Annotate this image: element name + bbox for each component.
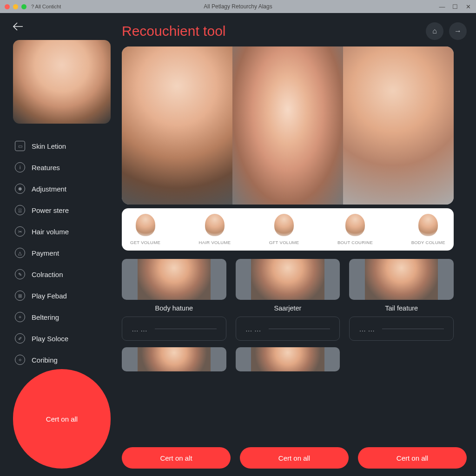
card-extra-3-empty (349, 347, 454, 371)
nav-item-skin[interactable]: ▭ Skin Letion (13, 137, 111, 155)
gear-icon: ✽ (15, 184, 25, 194)
window-close-icon[interactable]: ✕ (465, 3, 471, 10)
slider-track (382, 329, 444, 329)
info-icon: i (15, 162, 25, 172)
preset-avatar-icon (205, 214, 225, 236)
nav-label: Coribing (32, 356, 58, 364)
nav-label: Beltering (32, 313, 59, 321)
card-thumbnail[interactable] (349, 259, 454, 300)
card-slider[interactable]: …… (122, 317, 226, 341)
preset-label: HAIR VOLUME (199, 240, 231, 245)
hero-face-3 (343, 46, 454, 205)
post-icon: ⍓ (15, 205, 25, 215)
portrait-image (251, 259, 324, 300)
nav-item-payment[interactable]: △ Payment (13, 244, 111, 262)
nav-item-power[interactable]: ⍓ Power stere (13, 201, 111, 219)
window-zoom-dot[interactable] (21, 4, 26, 9)
preset-label: BODY COLUME (411, 240, 445, 245)
nav-item-correction[interactable]: ✎ Colraction (13, 265, 111, 284)
nav-item-coribing[interactable]: ✧ Coribing (13, 350, 111, 369)
face-thumbnail-image (13, 40, 111, 124)
card-body-feature: Body hatune …… (122, 259, 226, 341)
apply-button-2[interactable]: Cert on all (240, 447, 349, 469)
preset-strip: GET VOLUME HAIR VOLUME GFT VOLUME BOUT C… (122, 208, 454, 251)
card-thumbnail[interactable] (236, 259, 340, 300)
nav-label: Payment (32, 249, 59, 257)
sidebar: ▭ Skin Letion i Reatures ✽ Adjustment ⍓ … (0, 13, 120, 476)
titlebar-window-controls: — ☐ ✕ (439, 3, 471, 10)
preset-hair-volume[interactable]: HAIR VOLUME (199, 214, 231, 245)
window-maximize-icon[interactable]: ☐ (452, 3, 458, 10)
window-minimize-icon[interactable]: — (439, 3, 445, 10)
traffic-lights (5, 4, 26, 9)
card-saarjeter: Saarjeter …… (236, 259, 340, 341)
preset-get-volume[interactable]: GET VOLUME (130, 214, 160, 245)
preset-label: BOUT COURINE (337, 240, 373, 245)
portrait-image (365, 259, 438, 300)
bottom-buttons-row: Cert on alt Cert on all Cert on all (122, 441, 467, 469)
nav-label: Hair volume (32, 228, 69, 236)
preset-avatar-icon (418, 214, 438, 236)
hero-face-2 (232, 46, 343, 205)
card-label: Body hatune (122, 304, 226, 312)
preset-bout-courine[interactable]: BOUT COURINE (337, 214, 373, 245)
slider-dots-icon: …… (132, 325, 149, 333)
preset-avatar-icon (345, 214, 365, 236)
nav-label: Play Febad (32, 292, 67, 300)
hero-preview[interactable] (122, 46, 454, 205)
warning-icon: △ (15, 248, 25, 258)
nav-item-playfebad[interactable]: ⊞ Play Febad (13, 286, 111, 305)
window-titlebar: ? All Conticht All Petlagy Retourchy Ala… (0, 0, 476, 13)
titlebar-breadcrumb: ? All Conticht (31, 4, 61, 9)
window-close-dot[interactable] (5, 4, 10, 9)
card-thumbnail[interactable] (122, 347, 226, 371)
sidebar-apply-button[interactable]: Cert on all (13, 369, 111, 469)
card-thumbnail[interactable] (236, 347, 340, 371)
pen-icon: ✐ (15, 333, 25, 344)
preset-gft-volume[interactable]: GFT VOLUME (269, 214, 299, 245)
card-label: Tail feature (349, 304, 454, 312)
card-tail-feature: Tail feature …… (349, 259, 454, 341)
slider-dots-icon: …… (245, 325, 263, 333)
sidebar-nav: ▭ Skin Letion i Reatures ✽ Adjustment ⍓ … (13, 137, 111, 369)
titlebar-title: All Petlagy Retourchy Alags (204, 3, 272, 10)
nav-item-features[interactable]: i Reatures (13, 158, 111, 177)
hero-face-1 (122, 46, 232, 205)
preset-avatar-icon (136, 214, 155, 236)
notification-button[interactable]: ⌂ (426, 22, 443, 40)
grid-icon: ⊞ (15, 291, 25, 301)
nav-label: Colraction (32, 271, 63, 278)
bell-icon: ⌂ (432, 27, 437, 35)
preset-label: GFT VOLUME (269, 240, 299, 245)
portrait-image (138, 259, 211, 300)
portrait-image (251, 347, 324, 371)
nav-label: Play Soloce (32, 335, 68, 343)
card-label: Saarjeter (236, 304, 340, 312)
card-extra-2 (236, 347, 340, 371)
nav-item-beltering[interactable]: ＋ Beltering (13, 308, 111, 326)
nav-item-hair-volume[interactable]: ✂ Hair volume (13, 222, 111, 241)
page-title: Recouchient tool (122, 23, 225, 39)
nav-label: Adjustment (32, 185, 66, 193)
scissors-icon: ✂ (15, 226, 25, 237)
card-slider[interactable]: …… (236, 317, 340, 341)
sidebar-thumbnail[interactable] (13, 40, 111, 124)
apply-button-3[interactable]: Cert on all (358, 447, 467, 469)
slider-track (269, 329, 331, 329)
nav-label: Power stere (32, 206, 69, 214)
window-minimize-dot[interactable] (13, 4, 18, 9)
apply-button-1[interactable]: Cert on alt (122, 447, 231, 469)
card-slider[interactable]: …… (349, 317, 454, 341)
arrow-right-icon: → (454, 27, 462, 35)
card-thumbnail[interactable] (122, 259, 226, 300)
preset-body-colume[interactable]: BODY COLUME (411, 214, 445, 245)
header-actions: ⌂ → (426, 22, 467, 40)
back-button[interactable] (13, 22, 27, 31)
cards-row-2 (122, 347, 454, 371)
nav-label: Reatures (32, 164, 60, 172)
nav-item-playsoloce[interactable]: ✐ Play Soloce (13, 329, 111, 348)
portrait-image (138, 347, 211, 371)
nav-item-adjustment[interactable]: ✽ Adjustment (13, 179, 111, 198)
next-button[interactable]: → (449, 22, 467, 40)
layers-icon: ▭ (15, 141, 25, 151)
